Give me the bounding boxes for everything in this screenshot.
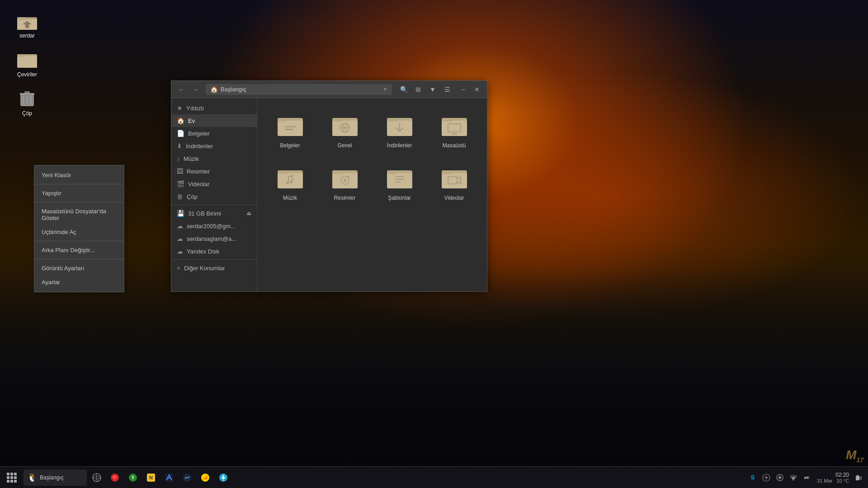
taskbar-app6-icon[interactable]: [161, 469, 177, 486]
svg-rect-73: [804, 477, 807, 479]
videos-icon: 🎬: [177, 180, 184, 188]
sidebar-item-belgeler[interactable]: 📄 Belgeler: [171, 127, 257, 140]
taskbar-app9-icon[interactable]: [215, 469, 231, 486]
tray-clock-area[interactable]: 02:20 31 Mar 10 °C: [817, 472, 849, 483]
sidebar-item-serdar2005[interactable]: ☁ serdar2005@gm...: [171, 220, 257, 232]
sidebar-label-diger: Diğer Konumlar: [184, 265, 225, 272]
folder-genel[interactable]: Genel: [319, 105, 370, 154]
svg-rect-6: [17, 54, 25, 57]
sidebar-item-resimler[interactable]: 🖼 Resimler: [171, 165, 257, 178]
sidebar-label-ev: Ev: [188, 117, 195, 124]
grid-view-button[interactable]: ⊞: [412, 83, 425, 96]
tray-temp: 10 °C: [836, 478, 849, 483]
context-menu-sep-3: [34, 241, 124, 241]
forward-button[interactable]: →: [189, 83, 202, 96]
svg-rect-46: [387, 170, 397, 174]
genel-folder-label: Genel: [337, 142, 352, 149]
taskbar-app8-icon[interactable]: [197, 469, 213, 486]
minimize-button[interactable]: −: [457, 83, 470, 96]
tray-power-icon[interactable]: [854, 472, 864, 483]
svg-rect-14: [278, 121, 303, 136]
svg-rect-15: [278, 118, 288, 122]
tray-gaming-icon[interactable]: [761, 472, 772, 483]
sidebar-label-birimi: 31 GB Birimi: [188, 210, 221, 217]
desktop-icon-ceviriler[interactable]: Çeviriler: [9, 48, 45, 78]
taskbar-baslangic-label: Başlangıç: [40, 474, 64, 481]
home-folder-icon: [16, 9, 38, 31]
back-button[interactable]: ←: [175, 83, 188, 96]
context-menu-show-desktop[interactable]: Masaüstünü Dosyalar'da Göster: [34, 204, 124, 225]
svg-rect-35: [278, 170, 288, 174]
sidebar-label-serdarsaglam: serdarsaglam@a...: [187, 235, 236, 242]
start-grid-icon: [7, 473, 17, 483]
svg-point-42: [344, 179, 346, 182]
context-menu-new-folder[interactable]: Yeni Klasör: [34, 168, 124, 182]
sidebar-item-videolar[interactable]: 🎬 Videolar: [171, 178, 257, 190]
muzik-folder-icon: [276, 163, 305, 192]
svg-rect-5: [17, 56, 37, 68]
search-button[interactable]: 🔍: [397, 83, 410, 96]
svg-point-43: [348, 176, 349, 178]
taskbar-app4-icon[interactable]: Y: [125, 469, 141, 486]
sidebar-item-indirilenler[interactable]: ⬇ İndirilenler: [171, 140, 257, 152]
tray-volume-icon[interactable]: [802, 472, 812, 483]
sidebar-item-serdarsaglam[interactable]: ☁ serdarsaglam@a...: [171, 232, 257, 245]
context-menu-sep-1: [34, 184, 124, 184]
svg-point-71: [778, 476, 781, 479]
tray-network-icon[interactable]: [788, 472, 799, 483]
sidebar-item-muzik[interactable]: ♪ Müzik: [171, 152, 257, 165]
sidebar-item-ev[interactable]: 🏠 Ev: [171, 114, 257, 127]
taskbar-linux-icon[interactable]: [89, 469, 105, 486]
close-button[interactable]: ✕: [471, 83, 483, 96]
folder-belgeler[interactable]: Belgeler: [264, 105, 316, 154]
sidebar-item-yandex[interactable]: ☁ Yandex Disk: [171, 245, 257, 258]
sidebar-item-yildizli[interactable]: ★ Yıldızlı: [171, 102, 257, 114]
manjaro-badge: M17: [846, 448, 863, 464]
context-menu-open-terminal[interactable]: Uçbirimde Aç: [34, 225, 124, 239]
svg-point-65: [203, 475, 208, 480]
sidebar-item-birimi[interactable]: 💾 31 GB Birimi ⏏: [171, 207, 257, 220]
taskbar-app3-icon[interactable]: [107, 469, 123, 486]
folder-videolar[interactable]: Videolar: [429, 158, 480, 206]
address-bar[interactable]: 🏠 Başlangıç ▼: [206, 84, 392, 95]
sidebar-item-cop[interactable]: 🗑 Çöp: [171, 190, 257, 203]
sidebar-label-yildizli: Yıldızlı: [186, 105, 204, 112]
context-menu-display-settings[interactable]: Görüntü Ayarları: [34, 261, 124, 275]
tray-date: 31 Mar 10 °C: [817, 478, 849, 483]
view-options-button[interactable]: ▼: [426, 83, 439, 96]
desktop-icon-serdar[interactable]: serdar: [9, 9, 45, 39]
sidebar-item-diger[interactable]: + Diğer Konumlar: [171, 262, 257, 274]
context-menu-paste[interactable]: Yapıştır: [34, 186, 124, 200]
taskbar-app5-icon[interactable]: N: [143, 469, 159, 486]
context-menu-change-bg[interactable]: Arka Planı Değiştir...: [34, 243, 124, 257]
svg-rect-17: [285, 129, 293, 130]
folder-masaustu[interactable]: Masaüstü: [429, 105, 480, 154]
folder-sablonlar[interactable]: Şablonlar: [374, 158, 425, 206]
folder-indirilenler[interactable]: İndirilenler: [374, 105, 425, 154]
sidebar-label-resimler: Resimler: [187, 168, 210, 175]
folder-resimler[interactable]: Resimler: [319, 158, 370, 206]
desktop-icons: serdar Çeviriler Çöp: [0, 0, 54, 135]
eject-icon: ⏏: [246, 210, 251, 216]
serdar-icon-label: serdar: [19, 33, 35, 39]
taskbar-app7-icon[interactable]: [179, 469, 195, 486]
music-icon: ♪: [177, 155, 180, 162]
list-view-button[interactable]: ☰: [441, 83, 453, 96]
tray-sync-icon[interactable]: [774, 472, 785, 483]
svg-rect-9: [24, 91, 30, 93]
taskbar-app-baslangic[interactable]: 🐧 Başlangıç: [24, 469, 87, 486]
titlebar-actions: 🔍 ⊞ ▼ ☰: [397, 83, 453, 96]
context-menu-sep-4: [34, 259, 124, 259]
sidebar-label-yandex: Yandex Disk: [187, 248, 219, 255]
start-button[interactable]: [4, 469, 20, 486]
file-grid: Belgeler Genel: [257, 98, 487, 291]
folder-muzik[interactable]: Müzik: [264, 158, 316, 206]
download-icon: ⬇: [177, 142, 182, 150]
tray-skype-icon[interactable]: S: [747, 472, 758, 483]
trash-sidebar-icon: 🗑: [177, 193, 183, 200]
desktop-icon-cop[interactable]: Çöp: [9, 87, 45, 117]
genel-folder-icon: [330, 111, 359, 140]
resimler-folder-label: Resimler: [334, 195, 355, 201]
context-menu-settings[interactable]: Ayarlar: [34, 275, 124, 289]
sablonlar-folder-label: Şablonlar: [388, 195, 411, 201]
